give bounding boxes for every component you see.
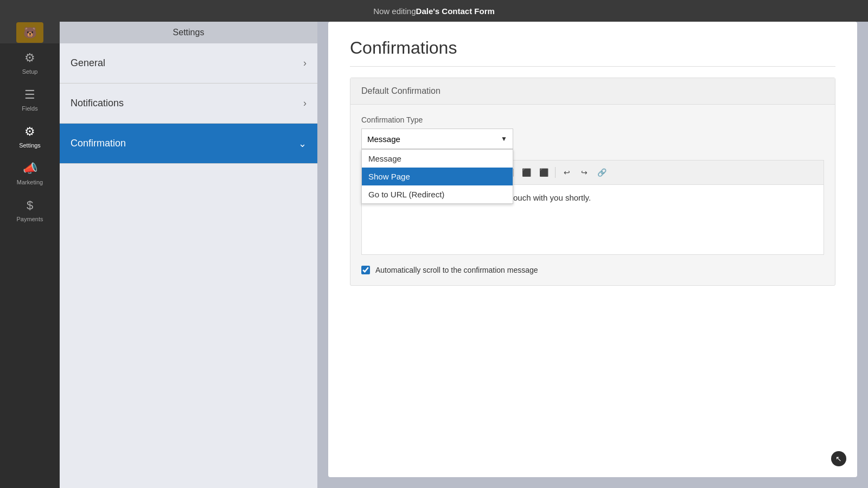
payments-icon: $ — [27, 198, 33, 213]
second-sidebar-header: Settings — [60, 22, 317, 43]
dropdown-menu: Message Show Page Go to URL (Redirect) — [361, 149, 513, 204]
top-bar-title: Dale's Contact Form — [416, 7, 495, 16]
top-bar-prefix: Now editing — [373, 7, 416, 16]
cursor-indicator: ↖ — [831, 451, 846, 466]
sidebar-item-confirmation-label: Confirmation — [71, 138, 126, 149]
select-arrow-icon: ▼ — [501, 135, 507, 143]
page-title: Confirmations — [350, 38, 835, 67]
dropdown-option-message[interactable]: Message — [362, 150, 513, 168]
nav-item-payments[interactable]: $ Payments — [0, 191, 60, 228]
logo-area: 🐻 — [0, 22, 60, 43]
checkbox-row: Automatically scroll to the confirmation… — [361, 266, 824, 274]
sidebar-item-notifications-label: Notifications — [71, 98, 124, 109]
redo-button[interactable]: ↪ — [576, 165, 592, 180]
align-center-button[interactable]: ⬛ — [518, 165, 534, 180]
fields-icon: ☰ — [24, 88, 35, 102]
nav-label-marketing: Marketing — [17, 179, 43, 185]
nav-label-fields: Fields — [22, 105, 37, 112]
sidebar-item-general-label: General — [71, 57, 105, 69]
chevron-down-icon: ⌄ — [298, 138, 307, 150]
logo: 🐻 — [16, 22, 43, 43]
setup-icon: ⚙ — [24, 51, 35, 65]
second-sidebar: Settings General › Notifications › Confi… — [60, 22, 317, 488]
toolbar-separator-3 — [555, 167, 556, 178]
marketing-icon: 📣 — [23, 162, 37, 176]
align-right-button[interactable]: ⬛ — [535, 165, 552, 180]
sidebar-item-general[interactable]: General › — [60, 43, 317, 84]
content-panel: Confirmations Default Confirmation Confi… — [328, 22, 857, 477]
auto-scroll-checkbox[interactable] — [361, 266, 370, 274]
nav-item-setup[interactable]: ⚙ Setup — [0, 43, 60, 80]
panel-header: Default Confirmation — [350, 78, 835, 105]
nav-item-settings[interactable]: ⚙ Settings — [0, 117, 60, 154]
icon-sidebar: 🐻 ⚙ Setup ☰ Fields ⚙ Settings 📣 Marketin… — [0, 22, 60, 488]
undo-button[interactable]: ↩ — [559, 165, 575, 180]
nav-item-fields[interactable]: ☰ Fields — [0, 80, 60, 117]
auto-scroll-label: Automatically scroll to the confirmation… — [375, 266, 538, 274]
settings-icon: ⚙ — [24, 125, 35, 139]
select-value: Message — [367, 134, 400, 144]
main-layout: 🐻 ⚙ Setup ☰ Fields ⚙ Settings 📣 Marketin… — [0, 22, 868, 488]
confirmation-type-select-wrapper: Message ▼ Message Show Page Go to URL (R… — [361, 129, 513, 149]
top-bar: Now editing Dale's Contact Form — [0, 0, 868, 22]
nav-label-setup: Setup — [22, 68, 38, 75]
main-content: Confirmations Default Confirmation Confi… — [317, 22, 868, 488]
chevron-right-icon: › — [303, 57, 307, 69]
nav-label-settings: Settings — [19, 142, 41, 149]
panel-body: Confirmation Type Message ▼ Message Show… — [350, 105, 835, 285]
link-button[interactable]: 🔗 — [593, 165, 610, 180]
confirmation-type-select[interactable]: Message ▼ — [361, 129, 513, 149]
nav-label-payments: Payments — [17, 216, 43, 222]
nav-item-marketing[interactable]: 📣 Marketing — [0, 154, 60, 191]
dropdown-option-show-page[interactable]: Show Page — [362, 168, 513, 185]
dropdown-option-redirect[interactable]: Go to URL (Redirect) — [362, 185, 513, 203]
chevron-right-icon-2: › — [303, 98, 307, 109]
confirmation-type-label: Confirmation Type — [361, 115, 824, 124]
confirmation-panel: Default Confirmation Confirmation Type M… — [350, 78, 835, 286]
sidebar-item-confirmation[interactable]: Confirmation ⌄ — [60, 124, 317, 164]
sidebar-item-notifications[interactable]: Notifications › — [60, 84, 317, 124]
